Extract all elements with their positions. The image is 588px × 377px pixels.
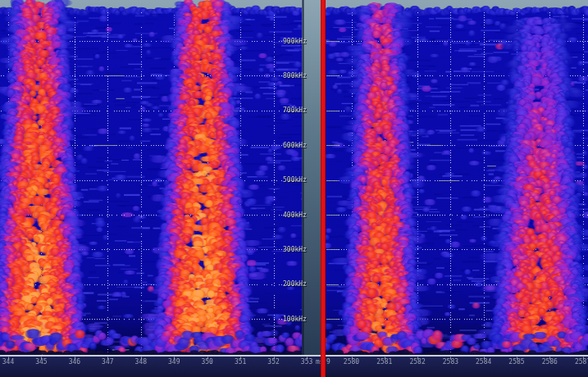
left-waterfall-pane[interactable]	[0, 0, 321, 377]
dual-spectrogram-view: 900kHz800kHz700kHz600kHz500kHz400kHz300k…	[0, 0, 588, 377]
right-waterfall-pane[interactable]	[326, 0, 588, 377]
red-divider-cursor[interactable]	[321, 0, 326, 377]
